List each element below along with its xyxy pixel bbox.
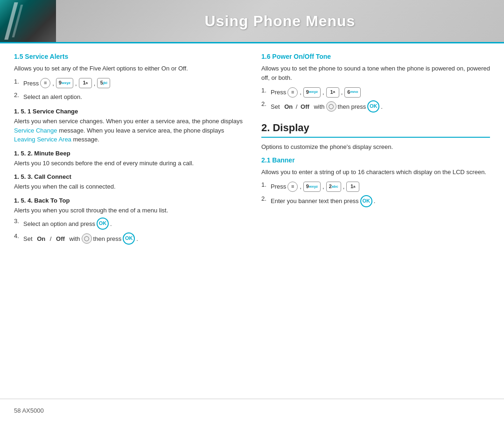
sub3-desc: Alerts you when the call is connected. (14, 182, 243, 191)
key-menu: ≡ (40, 78, 50, 88)
d-step-2-num: 2. (261, 195, 271, 202)
step-1: 1. Press ≡ , 9wxyz , 1a , 5jkl (14, 78, 243, 89)
main-content: 1.5 Service Alerts Allows you to set any… (0, 43, 504, 257)
step-4-then: then press (93, 233, 122, 244)
sub1-link2: Leaving Service Area (14, 136, 71, 143)
d-step-1: 1. Press ≡ , 9wxyz , 2abc , 1a (261, 181, 490, 192)
section-15-desc: Allows you to set any of the Five Alert … (14, 64, 243, 73)
section-21-title: 2.1 Banner (261, 156, 490, 164)
d-step-1-content: Press ≡ , 9wxyz , 2abc , 1a (271, 181, 359, 192)
step-3: 3. Select an option and press OK . (14, 218, 243, 230)
r-step-2-with: with (314, 101, 324, 112)
d-key-menu: ≡ (287, 182, 298, 192)
section-15-title: 1.5 Service Alerts (14, 53, 243, 60)
step-2-label: Select an alert option. (23, 91, 82, 102)
d-step-2: 2. Enter you banner text then press OK . (261, 195, 490, 207)
r-step-2: 2. Set On / Off with ◯ then press OK . (261, 100, 490, 113)
step-4-prefix: Set (23, 233, 33, 244)
r-key-9wxyz: 9wxyz (303, 87, 321, 98)
key-ok-4: OK (123, 232, 135, 245)
page-footer: 58 AX5000 (0, 399, 504, 422)
step-4-on: On (37, 233, 45, 244)
d-step-1-press: Press (271, 181, 286, 192)
step-3-content: Select an option and press OK . (23, 218, 112, 230)
footer-page: 58 AX5000 (14, 407, 44, 414)
r-key-ok: OK (367, 100, 379, 113)
sub1-desc2: message. When you leave a service area, … (59, 127, 224, 134)
section-16-desc: Allows you to set the phone to sound a t… (261, 64, 490, 82)
step-4-off: Off (56, 233, 65, 244)
r-off: Off (301, 101, 309, 112)
r-step-1: 1. Press ≡ , 9wxyz , 1a , 6mno (261, 87, 490, 98)
d-step-2-content: Enter you banner text then press OK . (271, 195, 375, 207)
d-key-2abc: 2abc (326, 182, 341, 192)
d-step-1-num: 1. (261, 181, 271, 188)
step-2-num: 2. (14, 91, 23, 98)
step-4-content: Set On / Off with ◯ then press OK . (23, 232, 138, 245)
key-nav-left: ◯ (82, 233, 92, 244)
sub1-desc3: message. (73, 136, 99, 143)
step-4-with: with (69, 233, 80, 244)
step-3-label: Select an option and press (23, 218, 95, 229)
r-key-6mno: 6mno (344, 87, 361, 98)
key-ok-3: OK (97, 218, 109, 230)
sub1-title: 1. 5. 1 Service Change (14, 108, 243, 115)
header-title: Using Phone Menus (56, 13, 504, 30)
section-16-title: 1.6 Power On/Off Tone (261, 53, 490, 60)
sub3-title: 1. 5. 3. Call Connect (14, 173, 243, 180)
display-desc: Options to customize the phone's display… (261, 142, 490, 152)
sub2-title: 1. 5. 2. Minute Beep (14, 150, 243, 157)
step-4: 4. Set On / Off with ◯ then press OK . (14, 232, 243, 245)
r-key-1: 1a (326, 87, 339, 98)
left-column: 1.5 Service Alerts Allows you to set any… (14, 53, 243, 247)
step-3-num: 3. (14, 218, 23, 225)
key-1a: 1a (79, 78, 92, 88)
d-key-1a: 1a (346, 182, 359, 192)
step-4-slash: / (50, 233, 52, 244)
sub2-desc: Alerts you 10 seconds before the end of … (14, 159, 243, 168)
d-key-9wxyz: 9wxyz (303, 182, 321, 192)
step-2: 2. Select an alert option. (14, 91, 243, 102)
sub4-title: 1. 5. 4. Back To Top (14, 197, 243, 204)
r-key-nav: ◯ (326, 101, 336, 112)
sub1-link1: Service Change (14, 127, 57, 134)
step-2-content: Select an alert option. (23, 91, 82, 102)
display-divider (261, 137, 490, 138)
r-step-1-num: 1. (261, 87, 271, 94)
r-step-1-press: Press (271, 87, 286, 98)
sub1-desc: Alerts you when service changes. When yo… (14, 117, 243, 144)
display-title: 2. Display (261, 122, 490, 134)
section-21-desc: Allows you to enter a string of up to 16… (261, 168, 490, 177)
r-step-2-num: 2. (261, 100, 271, 107)
r-step-1-content: Press ≡ , 9wxyz , 1a , 6mno (271, 87, 361, 98)
sub1-desc1: Alerts you when service changes. When yo… (14, 118, 243, 125)
sub4-desc: Alerts you when you scroll through the e… (14, 206, 243, 215)
r-on: On (284, 101, 293, 112)
r-key-menu: ≡ (287, 87, 298, 98)
step-1-content: Press ≡ , 9wxyz , 1a , 5jkl (23, 78, 110, 89)
step-4-num: 4. (14, 232, 23, 239)
page-header: Using Phone Menus (0, 0, 504, 42)
right-column: 1.6 Power On/Off Tone Allows you to set … (261, 53, 490, 247)
r-step-2-content: Set On / Off with ◯ then press OK . (271, 100, 383, 113)
r-step-2-then: then press (338, 101, 366, 112)
r-step-2-prefix: Set (271, 101, 280, 112)
d-key-ok: OK (360, 195, 372, 207)
d-step-2-label: Enter you banner text then press (271, 196, 359, 206)
key-5jkl: 5jkl (97, 78, 110, 88)
step-1-num: 1. (14, 78, 23, 85)
header-image (0, 0, 56, 42)
key-9wxyz: 9wxyz (56, 78, 73, 88)
step-1-press-label: Press (23, 78, 39, 89)
